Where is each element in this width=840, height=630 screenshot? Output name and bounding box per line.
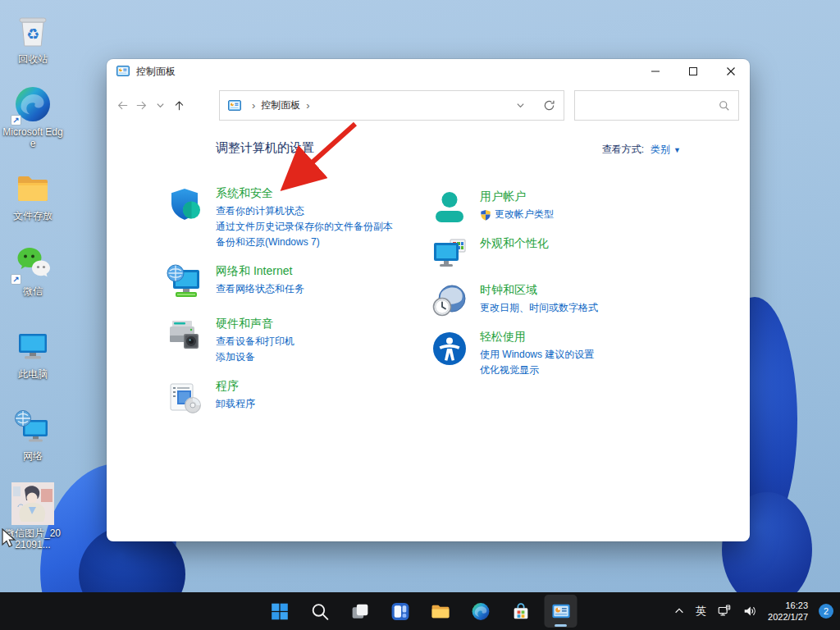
category-title-link[interactable]: 系统和安全 — [216, 185, 393, 201]
category-title-link[interactable]: 网络和 Internet — [216, 262, 304, 279]
shortcut-arrow-icon: ↗ — [11, 115, 21, 126]
sub-link-label: 通过文件历史记录保存你的文件备份副本 — [216, 219, 393, 235]
up-icon[interactable] — [173, 95, 185, 115]
desktop-icon-label: 文件存放 — [13, 210, 52, 221]
history-chevron-icon[interactable] — [154, 95, 167, 115]
category-sub-link[interactable]: 查看网络状态和任务 — [216, 281, 304, 297]
sub-link-label: 查看网络状态和任务 — [216, 281, 304, 297]
hardware-sound-icon — [166, 316, 205, 355]
this-pc-icon — [13, 326, 52, 366]
category-title-link[interactable]: 硬件和声音 — [216, 315, 294, 331]
control-panel-icon — [550, 601, 571, 622]
category-title-link[interactable]: 用户帐户 — [480, 188, 554, 204]
refresh-icon[interactable] — [543, 99, 555, 112]
category-title-link[interactable]: 时钟和区域 — [480, 281, 598, 298]
category-sub-link[interactable]: 更改帐户类型 — [480, 207, 554, 222]
category-sub-link[interactable]: 查看设备和打印机 — [216, 334, 294, 349]
minimize-button[interactable] — [637, 59, 674, 84]
shortcut-arrow-icon: ↗ — [11, 274, 21, 285]
taskbar-store-button[interactable] — [504, 595, 537, 628]
network-tray-icon[interactable] — [717, 604, 732, 619]
clock[interactable]: 16:23 2022/1/27 — [768, 600, 808, 623]
folder-icon — [13, 168, 52, 208]
sub-link-label: 备份和还原(Windows 7) — [216, 235, 320, 250]
desktop-icon-folder[interactable]: 文件存放 — [2, 168, 64, 221]
category-sub-link[interactable]: 备份和还原(Windows 7) — [216, 235, 393, 250]
breadcrumb-control-panel[interactable]: 控制面板 — [261, 98, 300, 112]
navigation-bar: › 控制面板 › — [107, 85, 750, 126]
desktop-icon-recycle-bin[interactable]: ♻回收站 — [2, 11, 64, 65]
category-title-link[interactable]: 程序 — [216, 377, 255, 394]
window-titlebar[interactable]: 控制面板 — [107, 59, 750, 84]
category-text: 用户帐户更改帐户类型 — [480, 185, 554, 228]
taskbar-widgets-button[interactable] — [384, 595, 417, 628]
category-sub-link[interactable]: 使用 Windows 建议的设置 — [480, 347, 594, 363]
taskbar-edge-button[interactable] — [464, 595, 497, 628]
search-icon[interactable] — [719, 100, 730, 112]
category-hardware-sound: 硬件和声音查看设备和打印机添加设备 — [166, 313, 430, 365]
sub-link-label: 查看你的计算机状态 — [216, 203, 304, 219]
taskbar-control-panel-button[interactable] — [545, 595, 578, 628]
search-box — [574, 90, 739, 121]
user-accounts-icon — [430, 189, 469, 228]
desktop-icon-this-pc[interactable]: 此电脑 — [2, 326, 64, 380]
address-bar[interactable]: › 控制面板 › — [219, 90, 564, 121]
category-sub-link[interactable]: 卸载程序 — [216, 396, 255, 412]
desktop-icon-network-pc[interactable]: 网络 — [2, 409, 64, 462]
category-title-link[interactable]: 轻松使用 — [480, 328, 594, 345]
category-sub-link[interactable]: 更改日期、时间或数字格式 — [480, 300, 598, 316]
view-by-dropdown[interactable]: 类别 ▼ — [651, 143, 681, 157]
desktop-icon-label: 微信 — [23, 285, 43, 297]
category-list: 系统和安全查看你的计算机状态通过文件历史记录保存你的文件备份副本备份和还原(Wi… — [166, 182, 717, 418]
taskbar-start-button[interactable] — [263, 595, 296, 628]
category-title-link[interactable]: 外观和个性化 — [480, 235, 549, 251]
sub-link-label: 添加设备 — [216, 349, 255, 365]
file-explorer-icon — [430, 601, 450, 622]
tray-time: 16:23 — [768, 600, 808, 611]
desktop-icon-wechat[interactable]: ↗微信 — [2, 244, 64, 297]
search-icon — [309, 601, 330, 622]
sub-link-label: 使用 Windows 建议的设置 — [480, 347, 594, 363]
close-button[interactable] — [712, 59, 750, 84]
taskbar: 英 16:23 2022/1/27 2 — [0, 592, 840, 630]
desktop: ♻回收站↗Microsoft Edge文件存放↗微信此电脑网络微信图片_2021… — [0, 0, 840, 630]
forward-icon[interactable] — [135, 95, 148, 115]
breadcrumb-separator: › — [252, 99, 255, 112]
ease-of-access-icon — [430, 329, 469, 368]
category-sub-link[interactable]: 通过文件历史记录保存你的文件备份副本 — [216, 219, 393, 235]
tray-date: 2022/1/27 — [768, 611, 808, 623]
category-sub-link[interactable]: 优化视觉显示 — [480, 363, 594, 378]
category-text: 硬件和声音查看设备和打印机添加设备 — [216, 313, 294, 365]
sub-link-label: 更改帐户类型 — [495, 207, 554, 222]
desktop-icon-edge[interactable]: ↗Microsoft Edge — [2, 84, 64, 149]
tray-overflow-chevron-icon[interactable] — [673, 605, 685, 617]
sub-link-label: 查看设备和打印机 — [216, 334, 294, 349]
recycle-bin-icon: ♻ — [13, 11, 52, 51]
desktop-icon-label: 网络 — [23, 450, 43, 462]
category-text: 时钟和区域更改日期、时间或数字格式 — [480, 279, 598, 322]
volume-icon[interactable] — [742, 604, 757, 619]
taskbar-file-explorer-button[interactable] — [424, 595, 457, 628]
ime-indicator[interactable]: 英 — [696, 604, 706, 619]
category-sub-link[interactable]: 查看你的计算机状态 — [216, 203, 393, 219]
maximize-button[interactable] — [674, 59, 712, 84]
search-input[interactable] — [583, 100, 719, 112]
start-icon — [269, 601, 290, 622]
category-appearance: 外观和个性化 — [430, 232, 717, 275]
category-text: 网络和 Internet查看网络状态和任务 — [216, 260, 304, 303]
category-sub-link[interactable]: 添加设备 — [216, 349, 294, 365]
programs-icon — [166, 378, 205, 418]
taskbar-task-view-button[interactable] — [344, 595, 377, 628]
edge-icon — [470, 601, 491, 622]
clock-region-icon — [430, 282, 469, 322]
breadcrumb-separator: › — [306, 99, 309, 112]
notification-badge[interactable]: 2 — [819, 604, 833, 619]
edge-icon: ↗ — [13, 84, 52, 124]
widgets-icon — [390, 601, 410, 622]
taskbar-search-button[interactable] — [304, 595, 336, 628]
back-icon[interactable] — [116, 95, 129, 115]
address-chevron-icon[interactable] — [516, 101, 525, 110]
category-text: 系统和安全查看你的计算机状态通过文件历史记录保存你的文件备份副本备份和还原(Wi… — [216, 182, 393, 250]
control-panel-icon — [116, 65, 130, 78]
store-icon — [510, 601, 531, 622]
